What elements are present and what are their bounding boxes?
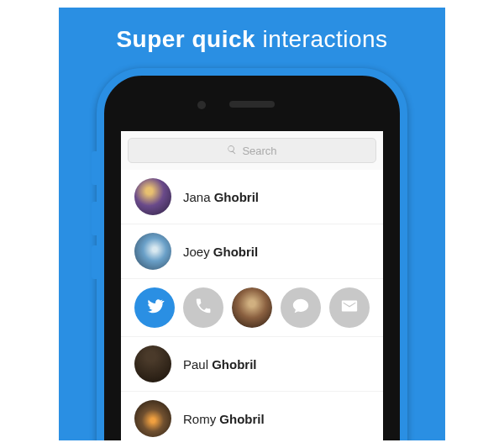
contact-name: Jana Ghobril <box>183 190 259 204</box>
promo-card: Super quick interactions Search Jana Gho… <box>59 8 445 440</box>
promo-title-rest: interactions <box>255 26 387 52</box>
quick-actions-row <box>121 279 383 337</box>
avatar <box>134 178 171 215</box>
contact-name: Romy Ghobril <box>183 412 265 426</box>
list-item[interactable]: Joey Ghobril <box>121 224 383 279</box>
contact-name: Paul Ghobril <box>183 357 257 372</box>
message-button[interactable] <box>281 287 321 328</box>
mail-icon <box>340 297 359 319</box>
phone-camera <box>197 101 206 109</box>
twitter-button[interactable] <box>134 287 175 328</box>
contact-list: Jana Ghobril Joey Ghobril <box>121 170 383 440</box>
call-button[interactable] <box>183 287 223 328</box>
avatar <box>232 287 272 328</box>
search-placeholder: Search <box>242 145 276 157</box>
promo-title-strong: Super quick <box>116 26 255 52</box>
phone-frame: Search Jana Ghobril Joey Ghobril <box>97 68 407 440</box>
contact-name: Joey Ghobril <box>183 245 258 259</box>
list-item[interactable]: Paul Ghobril <box>121 337 383 392</box>
avatar <box>134 233 171 270</box>
promo-title: Super quick interactions <box>59 26 445 53</box>
search-icon <box>227 145 237 157</box>
search-input[interactable]: Search <box>128 138 376 163</box>
avatar <box>134 345 171 382</box>
chat-icon <box>291 297 310 319</box>
profile-button[interactable] <box>232 287 272 328</box>
list-item[interactable]: Jana Ghobril <box>121 170 383 224</box>
phone-icon <box>194 297 213 319</box>
twitter-icon <box>144 296 165 319</box>
avatar <box>134 400 171 437</box>
email-button[interactable] <box>329 287 370 328</box>
phone-speaker <box>229 101 275 108</box>
list-item[interactable]: Romy Ghobril <box>121 392 383 440</box>
app-screen: Search Jana Ghobril Joey Ghobril <box>121 131 383 440</box>
